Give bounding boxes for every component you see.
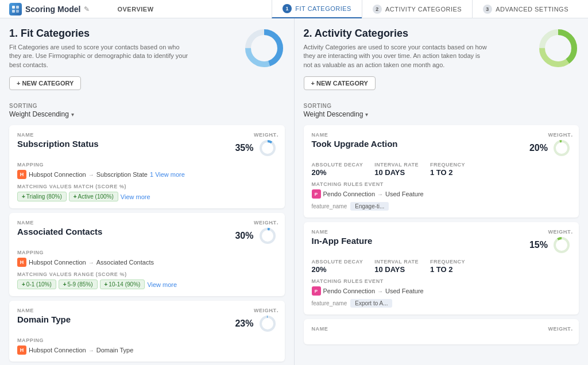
activity-card-3-name-area: NAME	[312, 326, 328, 333]
svg-point-7	[261, 141, 274, 155]
fit-categories-panel: 1. Fit Categories Fit Categories are use…	[0, 18, 295, 365]
fit-card-1-mapping-label: MAPPING	[17, 162, 277, 168]
fit-card-2-mapping-value: Associated Contacts	[96, 259, 154, 266]
fit-card-2-match-label: MATCHING VALUES RANGE (SCORE %)	[17, 271, 277, 277]
tab-label-2: ACTIVITY CATEGORIES	[385, 6, 462, 13]
activity-panel-header-left: 2. Activity Categories Activity Categori…	[304, 28, 538, 96]
activity-card-1-arrow: →	[377, 191, 383, 197]
fit-card-2-mapping-row: H Hubspot Connection → Associated Contac…	[17, 258, 277, 267]
brand-icon	[9, 3, 22, 15]
tab-activity-categories[interactable]: 2 ACTIVITY CATEGORIES	[362, 0, 472, 18]
activity-card-2-matching-label: MATCHING RULES EVENT	[312, 278, 571, 284]
fit-card-associated-contacts: ··· NAME Associated Contacts WEIGHT 30%	[9, 213, 285, 296]
activity-card-1-mapping-row: P Pendo Connection → Used Feature	[312, 189, 571, 199]
fit-card-1-tags: + Trialing (80%) + Active (100%) View mo…	[17, 192, 277, 201]
activity-card-1-connection-label: Pendo Connection	[323, 191, 376, 197]
fit-card-2-hubspot-icon: H	[17, 258, 26, 267]
fit-card-2-tag-3: + 10-14 (90%)	[100, 279, 145, 289]
activity-card-1-name: Took Upgrade Action	[312, 139, 398, 149]
fit-card-2-connection-label: Hubspot Connection	[29, 259, 86, 266]
tab-fit-categories[interactable]: 1 FIT CATEGORIES	[272, 0, 362, 18]
activity-card-2-absolute-decay: ABSOLUTE DECAY 20%	[312, 259, 363, 274]
tab-num-2: 2	[373, 5, 382, 14]
brand-title: Scoring Model	[25, 5, 80, 14]
activity-card-1-metrics: ABSOLUTE DECAY 20% INTERVAL RATE 10 DAYS…	[312, 162, 571, 177]
fit-card-3-more-icon[interactable]: ···	[271, 306, 278, 317]
fit-card-3-mapping-value: Domain Type	[96, 347, 134, 354]
fit-card-2-weight-row: 30%	[235, 227, 276, 245]
activity-card-in-app-feature: ··· NAME In-App Feature WEIGHT 15%	[304, 222, 579, 314]
svg-point-9	[261, 229, 274, 243]
activity-card-2-arrow: →	[377, 288, 383, 294]
activity-card-2-more-icon[interactable]: ···	[566, 228, 573, 238]
overview-tab[interactable]: OVERVIEW	[103, 6, 167, 13]
fit-sort-arrow: ▾	[71, 111, 74, 118]
activity-card-2-name-label: NAME	[312, 229, 373, 235]
fit-card-2-name-label: NAME	[17, 220, 102, 226]
activity-card-2-weight-row: 15%	[529, 236, 571, 254]
main-content: 1. Fit Categories Fit Categories are use…	[0, 18, 588, 365]
fit-donut-chart	[243, 28, 285, 69]
svg-rect-0	[12, 6, 15, 9]
fit-card-2-name-area: NAME Associated Contacts	[17, 220, 102, 236]
fit-card-3-weight-area: WEIGHT 23%	[235, 308, 276, 333]
fit-panel-header: 1. Fit Categories Fit Categories are use…	[9, 28, 285, 96]
activity-card-1-frequency: FREQUENCY 1 TO 2	[430, 162, 465, 177]
activity-card-2-feature-label: feature_name	[312, 300, 347, 306]
fit-card-1-more-icon[interactable]: ···	[271, 131, 278, 141]
tab-num-3: 3	[483, 5, 492, 14]
svg-rect-3	[16, 10, 19, 13]
activity-card-2-feature-tag: Export to A...	[350, 299, 392, 308]
fit-card-3-name-label: NAME	[17, 308, 71, 313]
activity-card-3: ··· NAME WEIGHT	[304, 319, 579, 344]
svg-rect-2	[12, 10, 15, 13]
activity-card-1-feature-row: feature_name Engage-ti...	[312, 202, 571, 211]
activity-card-1-more-icon[interactable]: ···	[566, 131, 573, 141]
fit-card-1-weight-area: WEIGHT 35%	[235, 132, 276, 157]
fit-card-2-header: NAME Associated Contacts WEIGHT 30%	[17, 220, 277, 245]
fit-card-2-weight-area: WEIGHT 30%	[235, 220, 276, 245]
fit-card-1-name: Subscription Status	[17, 139, 99, 149]
activity-card-1-matching-label: MATCHING RULES EVENT	[312, 181, 571, 187]
fit-card-1-view-more-link[interactable]: 1 View more	[150, 171, 185, 178]
tab-label-3: ADVANCED SETTINGS	[496, 6, 568, 13]
activity-card-1-pendo-icon: P	[312, 189, 321, 199]
fit-card-3-arrow: →	[88, 347, 94, 354]
activity-card-2-event-value: Used Feature	[385, 288, 424, 294]
fit-card-2-view-more-tags[interactable]: View more	[147, 281, 177, 288]
fit-card-2-arrow: →	[88, 259, 94, 266]
activity-card-2-weight-value: 15%	[529, 240, 548, 250]
fit-sorting-select[interactable]: Weight Descending ▾	[9, 110, 285, 118]
fit-card-2-more-icon[interactable]: ···	[271, 219, 278, 229]
activity-new-category-button[interactable]: + NEW CATEGORY	[304, 76, 376, 90]
activity-card-2-header: NAME In-App Feature WEIGHT 15%	[312, 229, 571, 254]
fit-card-3-weight-row: 23%	[235, 314, 276, 333]
activity-sorting-select[interactable]: Weight Descending ▾	[304, 110, 579, 118]
activity-card-3-name-label: NAME	[312, 326, 328, 332]
fit-card-1-view-more-tags[interactable]: View more	[121, 193, 150, 200]
activity-card-1-header: NAME Took Upgrade Action WEIGHT 20%	[312, 132, 571, 157]
activity-card-3-more-icon[interactable]: ···	[566, 325, 573, 335]
fit-card-1-mapping-value: Subscription State	[96, 171, 148, 178]
fit-panel-desc: Fit Categories are used to score your co…	[9, 43, 193, 69]
fit-card-3-name-area: NAME Domain Type	[17, 308, 71, 324]
activity-card-2-mapping-row: P Pendo Connection → Used Feature	[312, 286, 571, 296]
brand-area: Scoring Model ✎	[9, 3, 90, 15]
fit-card-3-connection-label: Hubspot Connection	[29, 347, 86, 354]
activity-card-1-weight-area: WEIGHT 20%	[529, 132, 571, 157]
fit-card-subscription-status: ··· NAME Subscription Status WEIGHT 35%	[9, 125, 285, 208]
fit-card-2-tags: + 0-1 (10%) + 5-9 (85%) + 10-14 (90%) Vi…	[17, 279, 277, 289]
fit-new-category-button[interactable]: + NEW CATEGORY	[9, 76, 81, 90]
nav-tabs: 1 FIT CATEGORIES 2 ACTIVITY CATEGORIES 3…	[272, 0, 579, 18]
fit-card-1-tag-1: + Trialing (80%)	[17, 192, 67, 201]
fit-card-3-header: NAME Domain Type WEIGHT 23%	[17, 308, 277, 333]
activity-card-took-upgrade-action: ··· NAME Took Upgrade Action WEIGHT 20%	[304, 125, 579, 218]
tab-advanced-settings[interactable]: 3 ADVANCED SETTINGS	[472, 0, 579, 18]
fit-card-2-mapping-label: MAPPING	[17, 250, 277, 255]
fit-sorting-label: SORTING	[9, 103, 285, 109]
fit-card-2-weight-value: 30%	[235, 231, 253, 241]
activity-panel-desc: Activity Categories are used to score yo…	[304, 43, 488, 69]
edit-icon[interactable]: ✎	[84, 5, 90, 13]
activity-card-2-feature-row: feature_name Export to A...	[312, 299, 571, 308]
fit-panel-title: 1. Fit Categories	[9, 28, 243, 40]
